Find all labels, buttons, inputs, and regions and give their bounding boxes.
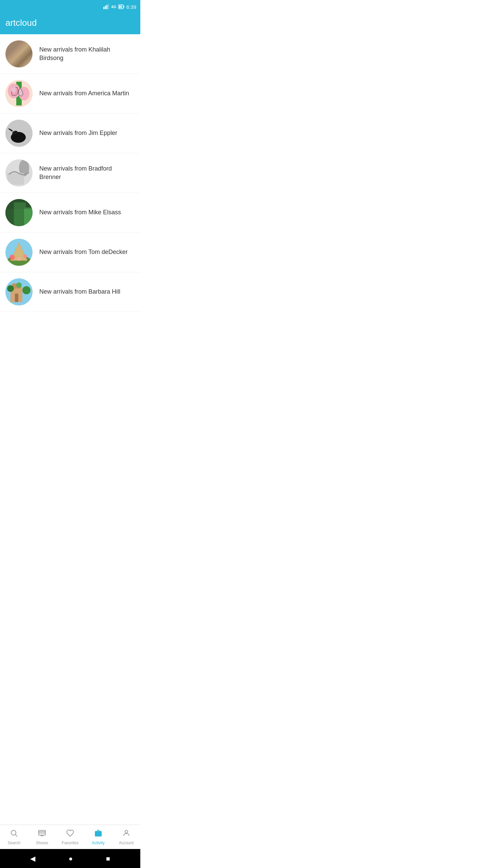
svg-rect-24 — [24, 208, 33, 226]
svg-point-32 — [17, 257, 21, 261]
svg-rect-3 — [108, 4, 109, 9]
nav-activity[interactable]: Activity — [84, 825, 112, 849]
svg-point-37 — [22, 286, 30, 294]
nav-search[interactable]: Search — [0, 825, 28, 849]
bottom-nav: Search Shows Favorites Activity — [0, 825, 140, 849]
activity-icon — [94, 829, 102, 839]
battery-icon — [118, 4, 124, 10]
avatar-5 — [5, 199, 33, 226]
svg-rect-25 — [5, 199, 33, 209]
avatar-4 — [5, 159, 33, 186]
svg-rect-0 — [103, 7, 104, 9]
activity-text-7: New arrivals from Barbara Hill — [39, 288, 120, 296]
nav-account[interactable]: Account — [112, 825, 140, 849]
svg-point-30 — [9, 255, 15, 260]
activity-text-6: New arrivals from Tom deDecker — [39, 248, 128, 256]
time-display: 6:39 — [126, 4, 136, 10]
svg-point-38 — [16, 282, 22, 288]
app-header: artcloud — [0, 14, 140, 34]
search-icon — [10, 829, 18, 839]
activity-item-1[interactable]: New arrivals from Khalilah Birdsong — [0, 34, 140, 74]
activity-text-3: New arrivals from Jim Eppler — [39, 129, 117, 137]
activity-item-7[interactable]: New arrivals from Barbara Hill — [0, 272, 140, 312]
svg-rect-5 — [123, 6, 124, 8]
avatar-6 — [5, 239, 33, 266]
nav-shows-label: Shows — [36, 841, 48, 845]
activity-item-4[interactable]: New arrivals from Bradford Brenner — [0, 153, 140, 193]
shows-icon — [38, 829, 46, 839]
network-type: 4G — [111, 5, 116, 9]
status-icons: 4G 6:39 — [103, 4, 136, 10]
signal-icon — [103, 4, 109, 10]
favorites-icon — [66, 829, 74, 839]
activity-text-1: New arrivals from Khalilah Birdsong — [39, 45, 135, 62]
back-button[interactable]: ◀ — [30, 854, 35, 863]
svg-rect-2 — [106, 5, 107, 9]
svg-rect-1 — [105, 6, 106, 9]
nav-favorites-label: Favorites — [62, 841, 78, 845]
activity-item-2[interactable]: New arrivals from America Martin — [0, 74, 140, 114]
svg-rect-39 — [15, 294, 18, 302]
svg-point-36 — [7, 285, 14, 292]
activity-item-5[interactable]: New arrivals from Mike Elsass — [0, 193, 140, 233]
account-icon — [122, 829, 130, 839]
android-nav-bar: ◀ ● ■ — [0, 849, 140, 868]
activity-item-3[interactable]: New arrivals from Jim Eppler — [0, 114, 140, 153]
activity-text-5: New arrivals from Mike Elsass — [39, 208, 121, 217]
nav-search-label: Search — [7, 841, 20, 845]
nav-favorites[interactable]: Favorites — [56, 825, 84, 849]
activity-text-4: New arrivals from Bradford Brenner — [39, 164, 135, 181]
home-button[interactable]: ● — [68, 855, 73, 863]
recent-button[interactable]: ■ — [106, 855, 110, 863]
nav-shows[interactable]: Shows — [28, 825, 56, 849]
svg-point-31 — [23, 254, 27, 258]
app-title: artcloud — [5, 18, 37, 28]
avatar-2 — [5, 80, 33, 107]
activity-list: New arrivals from Khalilah Birdsong New … — [0, 34, 140, 825]
svg-point-40 — [11, 830, 16, 835]
nav-account-label: Account — [119, 841, 134, 845]
avatar-3 — [5, 120, 33, 147]
activity-text-2: New arrivals from America Martin — [39, 89, 129, 98]
activity-item-6[interactable]: New arrivals from Tom deDecker — [0, 233, 140, 272]
avatar-1 — [5, 40, 33, 67]
status-bar: 4G 6:39 — [0, 0, 140, 14]
svg-line-41 — [16, 834, 18, 836]
nav-activity-label: Activity — [92, 841, 105, 845]
avatar-7 — [5, 278, 33, 305]
svg-point-47 — [125, 830, 128, 833]
